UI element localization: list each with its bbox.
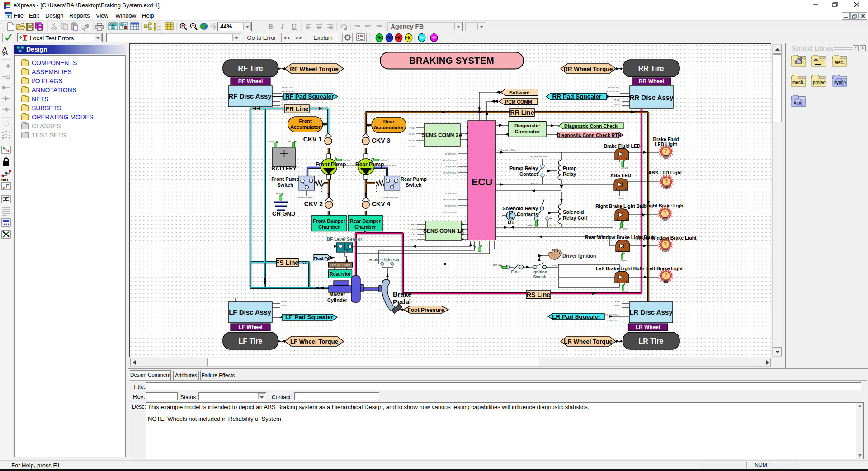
svg-text:CKV 2: CKV 2 [304, 200, 323, 207]
svg-text:CH GND: CH GND [380, 159, 387, 161]
svg-text:Software: Software [509, 90, 530, 95]
svg-text:Rear Window Brake Light: Rear Window Brake Light [639, 235, 697, 240]
svg-text:Right Brake Light Bulb: Right Brake Light Bulb [595, 203, 647, 209]
svg-text:Rear Pump: Rear Pump [401, 176, 427, 182]
svg-text:Left Brake Light: Left Brake Light [646, 266, 683, 271]
svg-text:mech..: mech.. [792, 80, 806, 85]
svg-text:Reservior: Reservior [330, 272, 350, 277]
svg-text:LR Pad Squealer: LR Pad Squealer [552, 313, 601, 320]
svg-text:Brake Fluid: Brake Fluid [330, 263, 350, 267]
svg-text:elec...: elec... [835, 60, 847, 65]
svg-text:RF SS-: RF SS- [409, 133, 415, 135]
svg-text:Relay: Relay [563, 171, 576, 177]
svg-text:RS Line: RS Line [527, 291, 550, 298]
svg-text:ECU: ECU [472, 176, 492, 188]
svg-text:CH GND: CH GND [275, 193, 282, 195]
svg-text:RF Disc Assy: RF Disc Assy [228, 92, 272, 100]
svg-text:LR SS+: LR SS+ [614, 301, 621, 303]
svg-text:LF SS+: LF SS+ [281, 301, 288, 303]
svg-text:D1: D1 [508, 220, 514, 225]
svg-text:BATT_12V: BATT_12V [493, 264, 502, 266]
svg-text:Master: Master [329, 292, 345, 297]
svg-text:Switch: Switch [533, 274, 546, 279]
svg-text:BF Level Sensor: BF Level Sensor [327, 237, 362, 242]
svg-text:Contacts: Contacts [517, 212, 538, 217]
svg-text:Accumulator: Accumulator [290, 124, 321, 130]
svg-text:LF IN,RT SOL: LF IN,RT SOL [445, 153, 457, 155]
svg-text:BATTERY: BATTERY [271, 165, 296, 172]
svg-text:RF SS-: RF SS- [281, 103, 288, 105]
svg-text:RR SS-: RR SS- [614, 103, 620, 105]
svg-text:CH GND: CH GND [621, 167, 628, 169]
svg-text:14_Pump Drive Motor: 14_Pump Drive Motor [379, 164, 397, 166]
svg-text:Chamber: Chamber [318, 224, 340, 230]
svg-text:14_Pump Drive Motor: 14_Pump Drive Motor [381, 196, 399, 198]
svg-text:KM 12V: KM 12V [531, 182, 538, 184]
svg-text:CH GND: CH GND [621, 291, 628, 293]
svg-text:LR Wheel: LR Wheel [636, 324, 660, 330]
svg-text:14_Pump Drive Motor: 14_Pump Drive Motor [295, 196, 313, 198]
svg-text:RF SS+: RF SS+ [409, 127, 415, 129]
svg-text:RF Wheel: RF Wheel [238, 78, 263, 85]
svg-text:LF OUT,RT SOL: LF OUT,RT SOL [283, 315, 297, 317]
svg-text:LF Disc Assy: LF Disc Assy [229, 308, 271, 316]
svg-text:RR IN,RT SOL: RR IN,RT SOL [445, 205, 457, 207]
svg-text:CKV 4: CKV 4 [372, 200, 390, 207]
svg-text:U: U [292, 23, 297, 30]
svg-text:Brake Light SW: Brake Light SW [369, 258, 400, 262]
svg-text:RR OUT,RT SOL: RR OUT,RT SOL [606, 90, 620, 93]
svg-text:LF SS+: LF SS+ [410, 223, 417, 226]
svg-text:anno...: anno... [793, 100, 807, 105]
svg-text:RF SS+: RF SS+ [281, 99, 288, 101]
svg-text:Front Pump: Front Pump [271, 176, 299, 182]
svg-text:RR Wheel: RR Wheel [639, 78, 664, 85]
svg-text:Diagnostic Conn Check: Diagnostic Conn Check [564, 123, 618, 129]
svg-text:14_Pump Drive Motor: 14_Pump Drive Motor [341, 164, 359, 166]
svg-text:RR SS+: RR SS+ [408, 139, 415, 141]
svg-text:RR IN,RT SOL: RR IN,RT SOL [608, 86, 620, 89]
svg-text:project: project [813, 80, 826, 85]
svg-text:IGN SW: IGN SW [552, 264, 559, 267]
svg-text:RR Wheel Torque: RR Wheel Torque [564, 66, 613, 72]
svg-text:Brake Fluid LED: Brake Fluid LED [604, 143, 641, 149]
svg-text:RF OUT,RT SOL: RF OUT,RT SOL [282, 90, 296, 93]
svg-text:I: I [281, 23, 284, 30]
svg-text:Ignition: Ignition [533, 270, 547, 274]
svg-text:FR Line: FR Line [285, 105, 309, 113]
svg-text:Accumulator: Accumulator [373, 125, 404, 130]
svg-text:RR SS+: RR SS+ [613, 99, 620, 101]
svg-text:LR Wheel Torque: LR Wheel Torque [564, 338, 612, 345]
svg-text:RR Line: RR Line [510, 109, 534, 116]
svg-text:CKV 1: CKV 1 [303, 136, 322, 143]
svg-text:LF Wheel: LF Wheel [238, 324, 262, 330]
svg-text:Pump Relay: Pump Relay [509, 165, 538, 171]
svg-text:Foot Pressure: Foot Pressure [408, 307, 444, 313]
svg-text:Solenoid: Solenoid [563, 209, 584, 215]
svg-text:14_Pump Drive Motor: 14_Pump Drive Motor [498, 149, 516, 151]
svg-text:SENS CONN 1A: SENS CONN 1A [423, 228, 464, 234]
svg-text:Relay Coil: Relay Coil [563, 215, 587, 221]
svg-text:RF IN,RT SOL: RF IN,RT SOL [445, 192, 457, 194]
svg-text:ABS LED Light: ABS LED Light [648, 170, 682, 175]
svg-text:symlo: symlo [834, 80, 846, 85]
svg-text:Right Brake Light: Right Brake Light [645, 203, 685, 208]
svg-text:Rear: Rear [383, 119, 395, 124]
svg-text:RR SS-: RR SS- [409, 145, 415, 147]
svg-text:Diagnostic: Diagnostic [514, 123, 540, 128]
svg-text:CH GND: CH GND [527, 224, 534, 226]
svg-text:CH GND: CH GND [619, 228, 627, 230]
svg-text:Front: Front [299, 118, 311, 124]
svg-text:RR OUT,RT SOL: RR OUT,RT SOL [443, 211, 457, 213]
svg-text:PCM COMM: PCM COMM [505, 99, 532, 104]
svg-text:Brake: Brake [393, 290, 412, 298]
svg-text:Left Brake Light Bulb: Left Brake Light Bulb [596, 266, 644, 271]
svg-text:CKV 3: CKV 3 [372, 137, 390, 144]
svg-text:LF OUT,RT SOL: LF OUT,RT SOL [443, 159, 457, 161]
svg-text:Contact: Contact [519, 171, 538, 177]
svg-text:Rear Damper: Rear Damper [350, 218, 381, 224]
svg-text:CH GND: CH GND [620, 259, 627, 262]
svg-text:BRAKING SYSTEM: BRAKING SYSTEM [409, 56, 494, 66]
svg-text:LR IN,RT SOL: LR IN,RT SOL [445, 165, 457, 168]
svg-text:RF Wheel Torque: RF Wheel Torque [290, 66, 338, 72]
svg-text:BATT_12V: BATT_12V [288, 140, 297, 142]
